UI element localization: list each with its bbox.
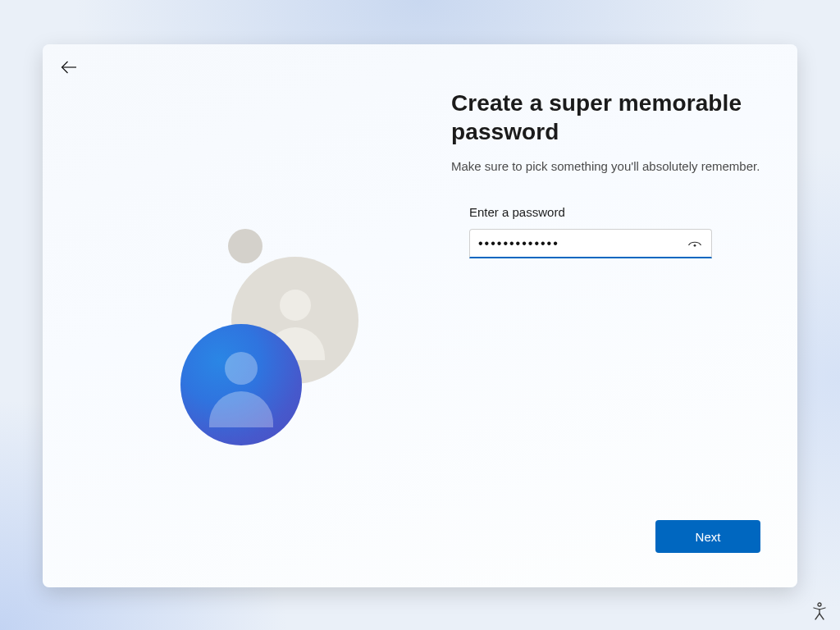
password-input-wrap <box>469 229 712 258</box>
content-column: Create a super memorable password Make s… <box>451 89 771 173</box>
svg-point-1 <box>694 244 696 246</box>
svg-line-7 <box>819 614 824 619</box>
svg-point-2 <box>818 603 821 606</box>
password-reveal-button[interactable] <box>682 230 708 257</box>
password-reveal-icon <box>687 238 702 249</box>
back-button[interactable] <box>57 56 80 79</box>
accessibility-button[interactable] <box>809 600 830 622</box>
next-button[interactable]: Next <box>655 520 760 553</box>
page-title: Create a super memorable password <box>451 89 771 146</box>
user-avatar-icon <box>180 324 302 445</box>
user-avatar-icon <box>228 229 262 263</box>
oobe-card: Create a super memorable password Make s… <box>43 44 797 587</box>
accessibility-icon <box>811 602 828 620</box>
password-input[interactable] <box>478 230 675 257</box>
password-label: Enter a password <box>469 205 712 219</box>
svg-line-4 <box>819 608 825 609</box>
svg-line-6 <box>815 614 819 619</box>
password-field-block: Enter a password <box>469 205 712 258</box>
avatar-illustration <box>141 229 371 459</box>
back-arrow-icon <box>61 61 77 74</box>
page-subtitle: Make sure to pick something you'll absol… <box>451 159 771 173</box>
svg-line-3 <box>814 608 819 609</box>
